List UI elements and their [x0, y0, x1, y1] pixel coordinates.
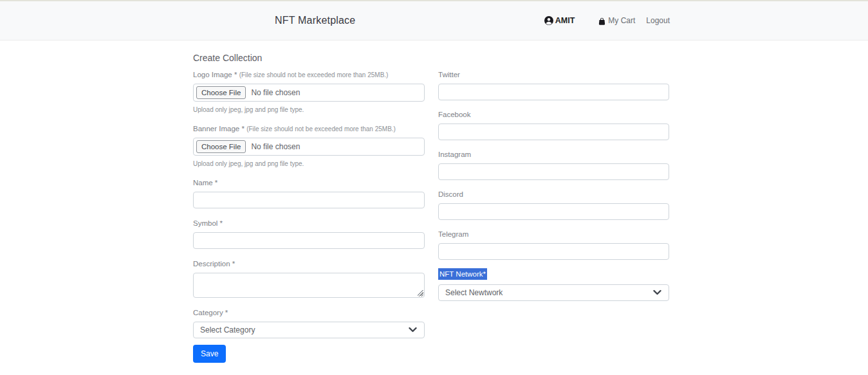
logo-file-input[interactable]: Choose File No file chosen	[193, 84, 425, 102]
category-group: Category * Select Category	[193, 309, 425, 338]
nft-network-selected-value: Select Newtwork	[445, 288, 503, 297]
banner-image-size-hint: (File size should not be exceeded more t…	[246, 125, 396, 133]
logo-image-size-hint: (File size should not be exceeded more t…	[239, 71, 389, 78]
symbol-label: Symbol *	[193, 219, 425, 227]
description-label: Description *	[193, 260, 425, 268]
twitter-field[interactable]	[438, 84, 669, 100]
facebook-group: Facebook	[438, 111, 669, 140]
create-collection-form: Create Collection Logo Image * (File siz…	[193, 41, 669, 363]
category-selected-value: Select Category	[200, 325, 255, 334]
logo-file-status: No file chosen	[251, 88, 300, 97]
nft-network-select[interactable]: Select Newtwork	[438, 284, 669, 301]
instagram-label: Instagram	[438, 151, 669, 158]
twitter-label: Twitter	[438, 71, 669, 78]
logo-image-group: Logo Image * (File size should not be ex…	[193, 71, 425, 113]
banner-file-helper: Upload only jpeg, jpg and png file type.	[193, 160, 425, 167]
banner-image-group: Banner Image * (File size should not be …	[193, 125, 425, 167]
facebook-field[interactable]	[438, 123, 669, 140]
nft-network-label-highlighted: NFT Network*	[438, 268, 487, 280]
telegram-label: Telegram	[438, 230, 669, 238]
page-title: Create Collection	[193, 53, 669, 63]
discord-field[interactable]	[438, 203, 669, 220]
logout-label: Logout	[646, 16, 670, 25]
telegram-group: Telegram	[438, 230, 669, 260]
discord-label: Discord	[438, 190, 669, 198]
logo-choose-file-button[interactable]: Choose File	[196, 86, 246, 99]
banner-file-input[interactable]: Choose File No file chosen	[193, 138, 425, 156]
chevron-down-icon	[653, 290, 661, 296]
facebook-label: Facebook	[438, 111, 669, 118]
brand-title[interactable]: NFT Marketplace	[275, 15, 355, 26]
logo-file-helper: Upload only jpeg, jpg and png file type.	[193, 106, 425, 113]
name-label: Name *	[193, 179, 425, 187]
save-button[interactable]: Save	[193, 345, 226, 363]
user-name: AMIT	[555, 16, 575, 25]
banner-choose-file-button[interactable]: Choose File	[196, 140, 246, 153]
description-group: Description *	[193, 260, 425, 298]
logout-link[interactable]: Logout	[646, 16, 670, 25]
form-left-column: Logo Image * (File size should not be ex…	[193, 71, 425, 363]
logo-image-label-text: Logo Image *	[193, 71, 237, 78]
user-menu[interactable]: AMIT	[544, 16, 575, 25]
nft-network-group: NFT Network* Select Newtwork	[438, 268, 669, 301]
telegram-field[interactable]	[438, 243, 669, 260]
user-circle-icon	[544, 16, 553, 25]
name-field[interactable]	[193, 192, 425, 208]
twitter-group: Twitter	[438, 71, 669, 100]
symbol-field[interactable]	[193, 232, 425, 249]
navbar-menu: AMIT My Cart Logout	[544, 16, 670, 25]
logo-image-label: Logo Image * (File size should not be ex…	[193, 71, 425, 78]
navbar: NFT Marketplace AMIT My Ca	[0, 1, 868, 41]
discord-group: Discord	[438, 190, 669, 220]
chevron-down-icon	[409, 327, 417, 333]
category-select[interactable]: Select Category	[193, 322, 425, 338]
category-label: Category *	[193, 309, 425, 316]
form-right-column: Twitter Facebook Instagram Discord Teleg	[438, 71, 669, 363]
cart-bag-icon	[598, 17, 606, 25]
instagram-field[interactable]	[438, 163, 669, 180]
my-cart-link[interactable]: My Cart	[598, 16, 635, 25]
symbol-group: Symbol *	[193, 219, 425, 249]
banner-file-status: No file chosen	[251, 142, 300, 151]
name-group: Name *	[193, 179, 425, 208]
my-cart-label: My Cart	[608, 16, 635, 25]
banner-image-label-text: Banner Image *	[193, 125, 245, 133]
description-field[interactable]	[193, 273, 425, 298]
instagram-group: Instagram	[438, 151, 669, 180]
page: NFT Marketplace AMIT My Ca	[0, 0, 868, 375]
banner-image-label: Banner Image * (File size should not be …	[193, 125, 425, 133]
